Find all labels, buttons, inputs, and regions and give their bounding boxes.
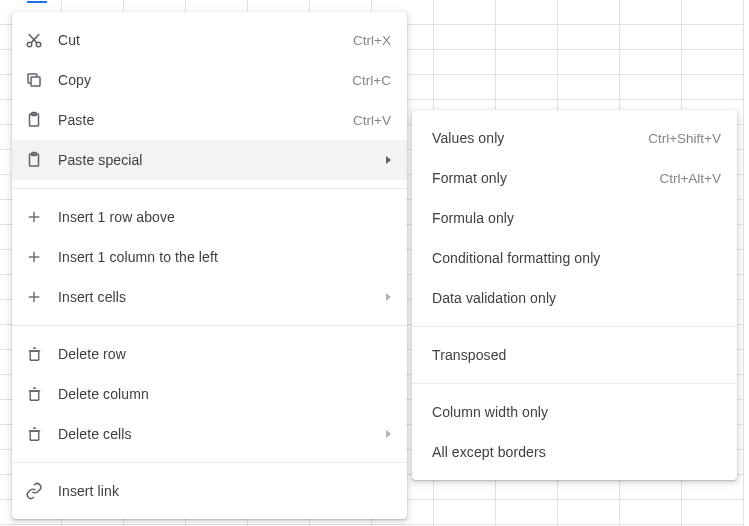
spreadsheet-cell[interactable] [496, 50, 558, 75]
svg-point-1 [36, 42, 41, 47]
spreadsheet-cell[interactable] [620, 500, 682, 525]
menu-label: Paste [58, 112, 341, 128]
submenu-item-data-validation-only[interactable]: Data validation only [412, 278, 737, 318]
menu-item-insert-link[interactable]: Insert link [12, 471, 407, 511]
trash-icon [24, 424, 44, 444]
menu-label: Insert cells [58, 289, 376, 305]
submenu-item-conditional-formatting-only[interactable]: Conditional formatting only [412, 238, 737, 278]
submenu-item-all-except-borders[interactable]: All except borders [412, 432, 737, 472]
menu-shortcut: Ctrl+Shift+V [648, 131, 721, 146]
spreadsheet-cell[interactable] [620, 50, 682, 75]
menu-label: Copy [58, 72, 340, 88]
menu-separator [412, 326, 737, 327]
menu-label: Delete row [58, 346, 391, 362]
spreadsheet-cell[interactable] [558, 25, 620, 50]
submenu-arrow-icon [386, 156, 391, 164]
plus-icon [24, 207, 44, 227]
menu-item-insert-column-left[interactable]: Insert 1 column to the left [12, 237, 407, 277]
spreadsheet-cell[interactable] [434, 0, 496, 25]
trash-icon [24, 384, 44, 404]
svg-point-0 [27, 42, 32, 47]
menu-label: Insert 1 column to the left [58, 249, 391, 265]
menu-label: Values only [432, 130, 636, 146]
menu-label: Formula only [432, 210, 721, 226]
menu-label: All except borders [432, 444, 721, 460]
menu-label: Insert link [58, 483, 391, 499]
link-icon [24, 481, 44, 501]
spreadsheet-cell[interactable] [682, 500, 744, 525]
menu-item-paste-special[interactable]: Paste special [12, 140, 407, 180]
submenu-item-transposed[interactable]: Transposed [412, 335, 737, 375]
spreadsheet-cell[interactable] [558, 0, 620, 25]
trash-icon [24, 344, 44, 364]
menu-shortcut: Ctrl+X [353, 33, 391, 48]
cut-icon [24, 30, 44, 50]
spreadsheet-cell[interactable] [682, 25, 744, 50]
spreadsheet-cell[interactable] [434, 75, 496, 100]
submenu-item-format-only[interactable]: Format only Ctrl+Alt+V [412, 158, 737, 198]
spreadsheet-cell[interactable] [558, 50, 620, 75]
menu-separator [12, 188, 407, 189]
spreadsheet-cell[interactable] [434, 500, 496, 525]
menu-item-insert-row-above[interactable]: Insert 1 row above [12, 197, 407, 237]
spreadsheet-cell[interactable] [434, 50, 496, 75]
submenu-arrow-icon [386, 293, 391, 301]
menu-shortcut: Ctrl+C [352, 73, 391, 88]
submenu-arrow-icon [386, 430, 391, 438]
svg-rect-17 [30, 430, 39, 439]
menu-separator [412, 383, 737, 384]
menu-label: Format only [432, 170, 647, 186]
menu-label: Delete cells [58, 426, 376, 442]
spreadsheet-cell[interactable] [620, 0, 682, 25]
spreadsheet-cell[interactable] [620, 25, 682, 50]
menu-label: Insert 1 row above [58, 209, 391, 225]
paste-special-submenu: Values only Ctrl+Shift+V Format only Ctr… [412, 110, 737, 480]
plus-icon [24, 247, 44, 267]
menu-label: Conditional formatting only [432, 250, 721, 266]
menu-item-cut[interactable]: Cut Ctrl+X [12, 20, 407, 60]
menu-item-copy[interactable]: Copy Ctrl+C [12, 60, 407, 100]
spreadsheet-cell[interactable] [620, 75, 682, 100]
menu-label: Column width only [432, 404, 721, 420]
menu-shortcut: Ctrl+V [353, 113, 391, 128]
svg-rect-4 [31, 77, 40, 86]
spreadsheet-cell[interactable] [496, 75, 558, 100]
menu-item-delete-column[interactable]: Delete column [12, 374, 407, 414]
menu-separator [12, 325, 407, 326]
menu-label: Cut [58, 32, 341, 48]
spreadsheet-cell[interactable] [558, 500, 620, 525]
menu-item-insert-cells[interactable]: Insert cells [12, 277, 407, 317]
spreadsheet-cell[interactable] [496, 500, 558, 525]
spreadsheet-cell[interactable] [558, 75, 620, 100]
submenu-item-column-width-only[interactable]: Column width only [412, 392, 737, 432]
submenu-item-formula-only[interactable]: Formula only [412, 198, 737, 238]
menu-separator [12, 462, 407, 463]
menu-item-paste[interactable]: Paste Ctrl+V [12, 100, 407, 140]
menu-label: Data validation only [432, 290, 721, 306]
spreadsheet-cell[interactable] [682, 0, 744, 25]
spreadsheet-cell[interactable] [682, 50, 744, 75]
menu-label: Transposed [432, 347, 721, 363]
menu-item-delete-row[interactable]: Delete row [12, 334, 407, 374]
context-menu: Cut Ctrl+X Copy Ctrl+C Paste Ctrl+V [12, 12, 407, 519]
paste-icon [24, 150, 44, 170]
svg-rect-16 [30, 390, 39, 399]
submenu-item-values-only[interactable]: Values only Ctrl+Shift+V [412, 118, 737, 158]
plus-icon [24, 287, 44, 307]
spreadsheet-cell[interactable] [434, 25, 496, 50]
spreadsheet-cell[interactable] [496, 25, 558, 50]
menu-shortcut: Ctrl+Alt+V [659, 171, 721, 186]
menu-item-delete-cells[interactable]: Delete cells [12, 414, 407, 454]
paste-icon [24, 110, 44, 130]
spreadsheet-cell[interactable] [682, 75, 744, 100]
spreadsheet-cell[interactable] [496, 0, 558, 25]
menu-label: Paste special [58, 152, 376, 168]
menu-label: Delete column [58, 386, 391, 402]
copy-icon [24, 70, 44, 90]
svg-rect-15 [30, 350, 39, 359]
selection-indicator [27, 0, 47, 3]
